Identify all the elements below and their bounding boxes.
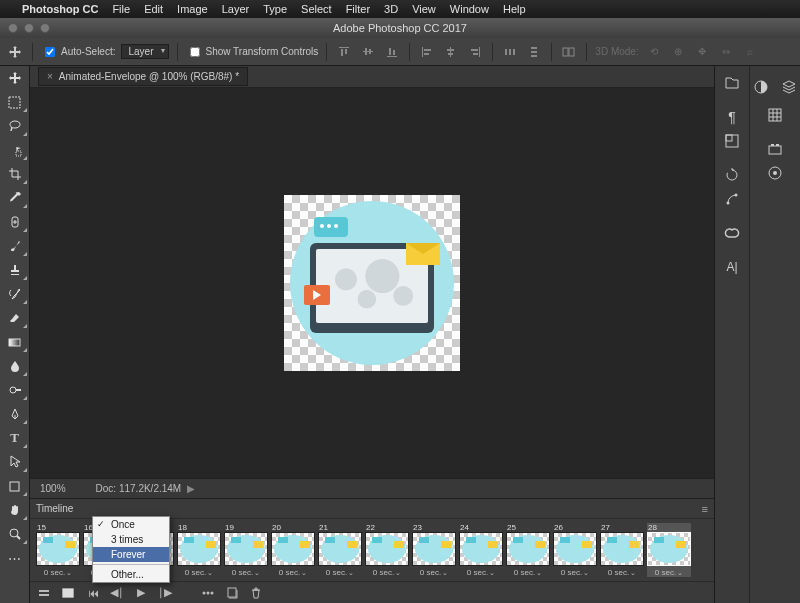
type-tool[interactable]: T — [0, 426, 29, 450]
frame-thumbnail[interactable] — [224, 532, 268, 566]
next-frame-icon[interactable]: ∣▶ — [158, 586, 172, 599]
first-frame-icon[interactable]: ⏮ — [86, 587, 100, 599]
frame-delay[interactable]: 0 sec.⌄ — [459, 566, 503, 577]
align-top-icon[interactable] — [335, 43, 353, 61]
blur-tool[interactable] — [0, 354, 29, 378]
brush-tool[interactable] — [0, 234, 29, 258]
auto-select-target-combo[interactable]: Layer — [121, 44, 168, 59]
timeline-frame[interactable]: 280 sec.⌄ — [647, 523, 691, 577]
timeline-frame[interactable]: 150 sec.⌄ — [36, 523, 80, 577]
timeline-panel-menu-icon[interactable]: ≡ — [702, 503, 708, 515]
zoom-tool[interactable] — [0, 522, 29, 546]
menu-filter[interactable]: Filter — [346, 3, 370, 15]
tools-more-icon[interactable]: ⋯ — [0, 546, 29, 570]
auto-select-checkbox[interactable]: Auto-Select: — [41, 44, 115, 60]
frame-thumbnail[interactable] — [177, 532, 221, 566]
gradient-tool[interactable] — [0, 330, 29, 354]
menu-image[interactable]: Image — [177, 3, 208, 15]
align-hcenter-icon[interactable] — [442, 43, 460, 61]
swatches-icon[interactable] — [764, 104, 786, 126]
frame-delay[interactable]: 0 sec.⌄ — [224, 566, 268, 577]
align-right-icon[interactable] — [466, 43, 484, 61]
menu-3d[interactable]: 3D — [384, 3, 398, 15]
app-name[interactable]: Photoshop CC — [22, 3, 98, 15]
timeline-frame[interactable]: 240 sec.⌄ — [459, 523, 503, 577]
hand-tool[interactable] — [0, 498, 29, 522]
frame-thumbnail[interactable] — [36, 532, 80, 566]
timeline-frame[interactable]: 250 sec.⌄ — [506, 523, 550, 577]
eraser-tool[interactable] — [0, 306, 29, 330]
frame-delay[interactable]: 0 sec.⌄ — [365, 566, 409, 577]
distribute-v-icon[interactable] — [525, 43, 543, 61]
timeline-frame[interactable]: 180 sec.⌄ — [177, 523, 221, 577]
prev-frame-icon[interactable]: ◀∣ — [110, 586, 124, 599]
timeline-frame[interactable]: 260 sec.⌄ — [553, 523, 597, 577]
frame-delay[interactable]: 0 sec.⌄ — [412, 566, 456, 577]
shape-tool[interactable] — [0, 474, 29, 498]
timeline-frame[interactable]: 270 sec.⌄ — [600, 523, 644, 577]
frame-thumbnail[interactable] — [459, 532, 503, 566]
color-icon[interactable] — [750, 76, 772, 98]
layers-icon[interactable] — [778, 76, 800, 98]
timeline-frame[interactable]: 190 sec.⌄ — [224, 523, 268, 577]
play-icon[interactable]: ▶ — [134, 586, 148, 599]
eyedropper-tool[interactable] — [0, 186, 29, 210]
timeline-frame[interactable]: 210 sec.⌄ — [318, 523, 362, 577]
frame-thumbnail[interactable] — [647, 532, 691, 566]
glyphs-icon[interactable] — [721, 130, 743, 152]
close-tab-icon[interactable]: × — [47, 71, 53, 82]
align-bottom-icon[interactable] — [383, 43, 401, 61]
document-tab[interactable]: × Animated-Envelope @ 100% (RGB/8#) * — [38, 67, 248, 86]
dodge-tool[interactable] — [0, 378, 29, 402]
frame-delay[interactable]: 0 sec.⌄ — [553, 566, 597, 577]
document-canvas[interactable] — [284, 195, 460, 371]
auto-align-icon[interactable] — [560, 43, 578, 61]
adjustments-icon[interactable] — [764, 138, 786, 160]
timeline-frame[interactable]: 220 sec.⌄ — [365, 523, 409, 577]
quick-select-tool[interactable] — [0, 138, 29, 162]
paragraph-icon[interactable]: ¶ — [721, 106, 743, 128]
menu-view[interactable]: View — [412, 3, 436, 15]
frame-delay[interactable]: 0 sec.⌄ — [506, 566, 550, 577]
distribute-h-icon[interactable] — [501, 43, 519, 61]
align-vcenter-icon[interactable] — [359, 43, 377, 61]
show-transform-checkbox[interactable]: Show Transform Controls — [186, 44, 319, 60]
zoom-level[interactable]: 100% — [40, 483, 66, 494]
history-brush-tool[interactable] — [0, 282, 29, 306]
paths-icon[interactable] — [721, 188, 743, 210]
menu-type[interactable]: Type — [263, 3, 287, 15]
menu-help[interactable]: Help — [503, 3, 526, 15]
loop-option-3times[interactable]: 3 times — [93, 532, 169, 547]
pen-tool[interactable] — [0, 402, 29, 426]
frame-thumbnail[interactable] — [318, 532, 362, 566]
frame-thumbnail[interactable] — [553, 532, 597, 566]
menu-select[interactable]: Select — [301, 3, 332, 15]
frame-delay[interactable]: 0 sec.⌄ — [177, 566, 221, 577]
loop-option-once[interactable]: Once — [93, 517, 169, 532]
frame-thumbnail[interactable] — [506, 532, 550, 566]
frame-delay[interactable]: 0 sec.⌄ — [647, 566, 691, 577]
delete-frame-icon[interactable] — [250, 587, 264, 599]
frame-delay[interactable]: 0 sec.⌄ — [318, 566, 362, 577]
crop-tool[interactable] — [0, 162, 29, 186]
canvas-area[interactable] — [30, 88, 714, 478]
frame-delay[interactable]: 0 sec.⌄ — [36, 566, 80, 577]
timeline-frame[interactable]: 230 sec.⌄ — [412, 523, 456, 577]
timeline-frame[interactable]: 200 sec.⌄ — [271, 523, 315, 577]
frame-thumbnail[interactable] — [365, 532, 409, 566]
new-frame-icon[interactable] — [226, 587, 240, 599]
frame-thumbnail[interactable] — [271, 532, 315, 566]
menu-edit[interactable]: Edit — [144, 3, 163, 15]
healing-tool[interactable] — [0, 210, 29, 234]
menu-file[interactable]: File — [112, 3, 130, 15]
creative-cloud-icon[interactable] — [721, 222, 743, 244]
styles-icon[interactable] — [764, 162, 786, 184]
convert-timeline-icon[interactable] — [38, 587, 52, 599]
align-left-icon[interactable] — [418, 43, 436, 61]
tween-icon[interactable] — [202, 588, 216, 598]
loop-option-other[interactable]: Other... — [93, 567, 169, 582]
character-icon[interactable]: A| — [721, 256, 743, 278]
refresh-icon[interactable] — [721, 164, 743, 186]
lasso-tool[interactable] — [0, 114, 29, 138]
frame-thumbnail[interactable] — [412, 532, 456, 566]
